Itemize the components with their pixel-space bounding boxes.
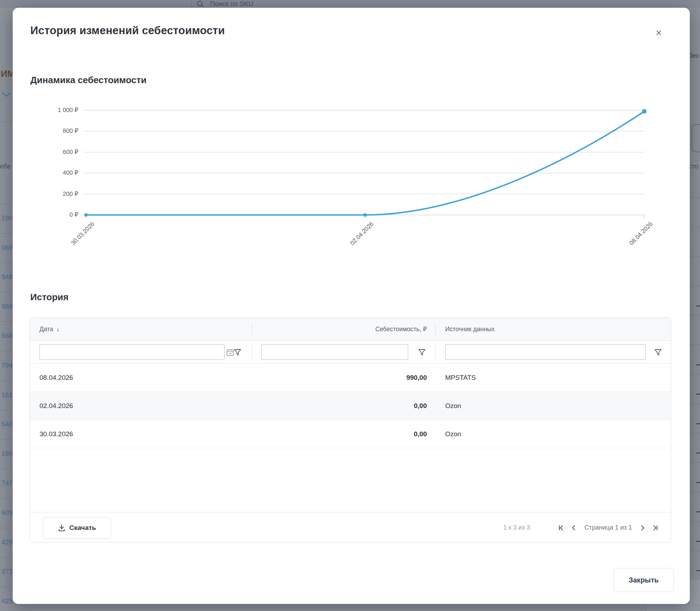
cell-date: 30.03.2026 bbox=[30, 430, 252, 438]
bg-number-fragment: 566 bbox=[0, 332, 13, 340]
rows-range-label: 1 к 3 из 3 bbox=[503, 524, 530, 531]
bg-number-fragment: 794 bbox=[0, 362, 13, 369]
cell-source: MPSTATS bbox=[435, 374, 671, 382]
bg-number-fragment bbox=[696, 364, 700, 365]
bg-divider bbox=[0, 469, 13, 469]
filter-funnel-icon[interactable] bbox=[418, 348, 426, 356]
download-button[interactable]: Скачать bbox=[43, 517, 111, 539]
bg-number-fragment: 609 bbox=[0, 509, 13, 517]
bg-button-fragment bbox=[692, 124, 700, 152]
cost-filter-input[interactable] bbox=[261, 344, 408, 360]
cost-dynamics-chart: 1 000 ₽800 ₽600 ₽400 ₽200 ₽0 ₽ 30.03.202… bbox=[13, 102, 675, 271]
bg-divider bbox=[690, 462, 700, 463]
cost-history-modal: История изменений себестоимости × Динами… bbox=[13, 8, 690, 604]
y-axis-tick-label: 0 ₽ bbox=[22, 211, 78, 219]
table-row: 08.04.2026990,00MPSTATS bbox=[30, 364, 671, 392]
first-page-button[interactable] bbox=[555, 521, 567, 534]
bg-divider bbox=[0, 498, 13, 499]
filter-funnel-icon[interactable] bbox=[654, 348, 662, 356]
page-indicator: Страница 1 из 1 bbox=[584, 524, 632, 531]
bg-divider bbox=[0, 381, 13, 381]
cell-cost: 990,00 bbox=[252, 374, 435, 382]
download-label: Скачать bbox=[69, 524, 96, 532]
bg-text-fragment: ИМ bbox=[1, 68, 13, 79]
y-axis-tick-label: 800 ₽ bbox=[22, 127, 78, 135]
data-point bbox=[363, 213, 367, 217]
data-point bbox=[84, 213, 88, 217]
background-bottom bbox=[0, 604, 700, 611]
y-axis-tick-label: 200 ₽ bbox=[22, 190, 78, 198]
table-filter-row bbox=[30, 341, 671, 364]
download-icon bbox=[58, 524, 66, 532]
chart-section-title: Динамика себестоимости bbox=[30, 75, 147, 86]
column-divider bbox=[435, 345, 436, 359]
column-header-cost[interactable]: Себестоимость, ₽ bbox=[252, 326, 435, 333]
bg-divider bbox=[0, 122, 13, 122]
close-icon[interactable]: × bbox=[652, 26, 666, 40]
bg-divider bbox=[690, 374, 700, 375]
date-filter-input[interactable] bbox=[39, 344, 225, 360]
bg-divider bbox=[0, 233, 13, 234]
history-section-title: История bbox=[30, 292, 68, 303]
bg-divider bbox=[0, 410, 13, 410]
y-axis-tick-label: 1 000 ₽ bbox=[22, 106, 78, 114]
bg-divider bbox=[0, 557, 13, 557]
column-divider bbox=[435, 323, 436, 336]
bg-scrollbar-fragment bbox=[690, 580, 700, 604]
close-modal-button[interactable]: Закрыть bbox=[613, 568, 674, 592]
bg-number-fragment bbox=[696, 394, 700, 395]
bg-divider bbox=[0, 321, 13, 322]
bg-divider bbox=[690, 433, 700, 433]
chart-points bbox=[84, 109, 647, 217]
table-empty-space bbox=[30, 448, 671, 512]
bg-divider bbox=[0, 263, 13, 263]
table-footer: Скачать 1 к 3 из 3 Страница 1 из 1 bbox=[30, 512, 671, 543]
bg-divider bbox=[690, 345, 700, 345]
bg-number-fragment: 747 bbox=[0, 479, 13, 487]
column-header-source[interactable]: Источник данных bbox=[435, 326, 671, 333]
bg-number-fragment bbox=[696, 541, 700, 542]
bg-divider bbox=[690, 315, 700, 315]
bg-divider bbox=[690, 256, 700, 257]
y-axis-tick-label: 400 ₽ bbox=[22, 169, 78, 177]
source-filter-input[interactable] bbox=[445, 344, 646, 360]
cell-source: Ozon bbox=[435, 402, 671, 410]
background-left-fragments: ИМ ебе 190069948989566794161540180747609… bbox=[0, 8, 13, 604]
bg-divider bbox=[0, 204, 13, 204]
bg-number-fragment bbox=[696, 452, 700, 453]
sort-desc-icon[interactable]: ↓ bbox=[56, 326, 60, 333]
cell-cost: 0,00 bbox=[252, 430, 435, 438]
background-topbar: Поиск по SKU bbox=[0, 0, 700, 8]
bg-divider bbox=[0, 587, 13, 587]
bg-number-fragment: 429 bbox=[0, 538, 13, 546]
chart-line bbox=[86, 111, 644, 215]
last-page-button[interactable] bbox=[649, 521, 662, 534]
cell-date: 08.04.2026 bbox=[30, 374, 252, 382]
bg-divider bbox=[690, 551, 700, 551]
bg-divider bbox=[690, 521, 700, 522]
search-icon bbox=[197, 0, 204, 7]
bg-number-fragment bbox=[696, 306, 700, 307]
chart-canvas bbox=[13, 102, 675, 271]
bg-divider bbox=[0, 292, 13, 292]
cell-source: Ozon bbox=[435, 430, 671, 438]
calendar-icon[interactable] bbox=[226, 348, 234, 357]
prev-page-button[interactable] bbox=[567, 521, 580, 534]
modal-title: История изменений себестоимости bbox=[30, 24, 225, 37]
cell-cost: 0,00 bbox=[252, 402, 435, 410]
column-header-date[interactable]: Дата ↓ bbox=[30, 326, 252, 333]
search-bar-border bbox=[191, 0, 192, 8]
bg-divider bbox=[0, 528, 13, 528]
bg-divider bbox=[0, 439, 13, 440]
next-page-button[interactable] bbox=[636, 521, 649, 534]
y-axis-tick-label: 600 ₽ bbox=[22, 148, 78, 156]
bg-panel-fragment bbox=[646, 604, 700, 611]
bg-number-fragment bbox=[696, 511, 700, 512]
column-divider bbox=[252, 345, 252, 359]
bg-number-fragment: 948 bbox=[0, 273, 13, 281]
history-table: Дата ↓ Себестоимость, ₽ Источник данных bbox=[30, 317, 671, 543]
filter-funnel-icon[interactable] bbox=[234, 348, 241, 356]
bg-divider bbox=[690, 403, 700, 404]
bg-number-fragment bbox=[696, 570, 700, 571]
bg-text-fragment: ебе bbox=[0, 163, 11, 170]
